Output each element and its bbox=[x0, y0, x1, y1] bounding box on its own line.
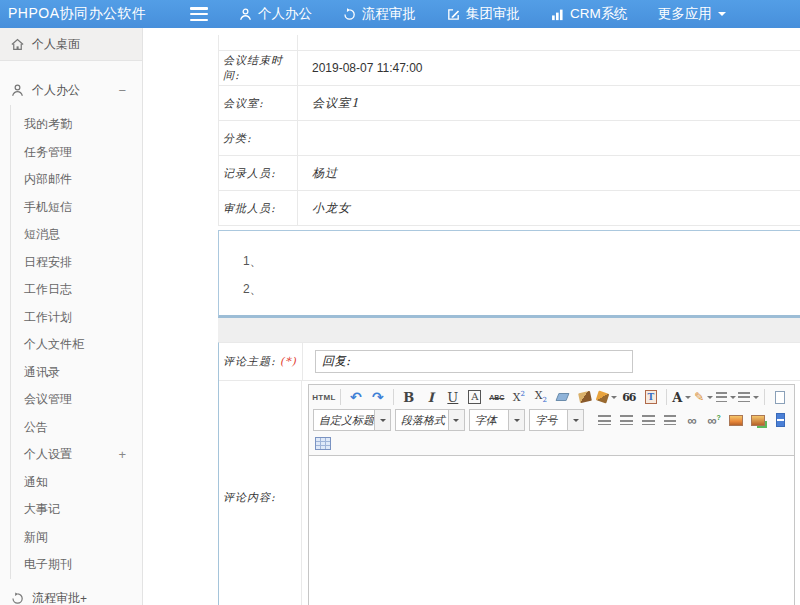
caret-down-icon[interactable] bbox=[730, 396, 736, 402]
nav-item-label: 更多应用 bbox=[658, 5, 712, 23]
caret-down-icon[interactable] bbox=[374, 410, 390, 430]
field-label: 会议结束时间: bbox=[219, 51, 298, 85]
sidebar-item-label: 任务管理 bbox=[24, 144, 72, 161]
italic-icon[interactable]: I bbox=[421, 387, 441, 407]
superscript-icon[interactable]: X2 bbox=[509, 387, 529, 407]
rich-text-editor: HTML↶↷BIUAABCX2X266TA✎ 自定义标题段落格式字体字号∞∞? bbox=[308, 384, 795, 605]
sidebar-section-office[interactable]: 个人办公 − bbox=[0, 75, 142, 105]
sidebar-item[interactable]: 内部邮件 bbox=[11, 166, 142, 194]
caret-down-icon[interactable] bbox=[685, 396, 691, 402]
sidebar-item[interactable]: 通知 bbox=[11, 469, 142, 497]
strikethrough-icon[interactable]: ABC bbox=[487, 387, 507, 407]
media-icon[interactable] bbox=[770, 410, 790, 430]
nav-item-1[interactable]: 个人办公 bbox=[238, 5, 312, 23]
sidebar-item[interactable]: 工作日志 bbox=[11, 276, 142, 304]
expand-icon[interactable]: + bbox=[80, 592, 87, 605]
separator bbox=[764, 389, 765, 405]
sidebar-item[interactable]: 短消息 bbox=[11, 221, 142, 249]
caret-down-icon[interactable] bbox=[567, 410, 583, 430]
blockquote-icon[interactable]: 66 bbox=[619, 387, 639, 407]
sidebar-item[interactable]: 电子期刊 bbox=[11, 551, 142, 579]
sidebar-item[interactable]: 任务管理 bbox=[11, 139, 142, 167]
insert-image-icon[interactable] bbox=[748, 410, 768, 430]
sidebar-item-label: 我的考勤 bbox=[24, 116, 72, 133]
sidebar-section-workflow[interactable]: 流程审批 + bbox=[0, 583, 142, 605]
nav-item-label: 流程审批 bbox=[362, 5, 416, 23]
eraser-icon[interactable] bbox=[553, 387, 573, 407]
field-value: 杨过 bbox=[298, 156, 800, 190]
sidebar-item-label: 个人桌面 bbox=[32, 36, 80, 53]
user-icon bbox=[10, 83, 25, 98]
format-painter-icon[interactable] bbox=[597, 387, 617, 407]
sidebar-item[interactable]: 工作计划 bbox=[11, 304, 142, 332]
nav-item-3[interactable]: 集团审批 bbox=[446, 5, 520, 23]
caret-down-icon[interactable] bbox=[508, 410, 524, 430]
separator bbox=[393, 389, 394, 405]
table-row: 记录人员:杨过 bbox=[219, 156, 800, 191]
font-size-select[interactable]: 字号 bbox=[529, 409, 584, 431]
sidebar-item[interactable]: 个人文件柜 bbox=[11, 331, 142, 359]
caret-down-icon[interactable] bbox=[753, 396, 759, 402]
table-row: 会议室:会议室1 bbox=[219, 86, 800, 121]
undo-icon[interactable]: ↶ bbox=[346, 387, 366, 407]
align-right-icon[interactable] bbox=[638, 410, 658, 430]
sidebar-item-label: 短消息 bbox=[24, 226, 60, 243]
nav-item-5[interactable]: 更多应用 bbox=[658, 5, 726, 23]
sidebar-item[interactable]: 我的考勤 bbox=[11, 111, 142, 139]
nav-item-2[interactable]: 流程审批 bbox=[342, 5, 416, 23]
highlight-color-icon[interactable]: ✎ bbox=[694, 387, 714, 407]
subscript-icon[interactable]: X2 bbox=[531, 387, 551, 407]
font-box-icon[interactable]: A bbox=[465, 387, 485, 407]
align-justify-icon[interactable] bbox=[660, 410, 680, 430]
unordered-list-icon[interactable] bbox=[738, 387, 759, 407]
ordered-list-icon[interactable] bbox=[716, 387, 737, 407]
font-color-icon[interactable]: A bbox=[672, 387, 692, 407]
html-source-button[interactable]: HTML bbox=[313, 387, 335, 407]
heading-select[interactable]: 自定义标题 bbox=[313, 409, 391, 431]
align-center-icon[interactable] bbox=[616, 410, 636, 430]
sidebar-item[interactable]: 公告 bbox=[11, 414, 142, 442]
expand-icon[interactable]: + bbox=[118, 447, 126, 462]
sidebar-item[interactable]: 通讯录 bbox=[11, 359, 142, 387]
select-value: 段落格式 bbox=[396, 413, 448, 428]
bold-icon[interactable]: B bbox=[399, 387, 419, 407]
table-row bbox=[219, 35, 800, 51]
font-family-select[interactable]: 字体 bbox=[469, 409, 525, 431]
image-icon[interactable] bbox=[726, 410, 746, 430]
sidebar-item-label: 工作日志 bbox=[24, 281, 72, 298]
sidebar-item[interactable]: 大事记 bbox=[11, 496, 142, 524]
sidebar-item[interactable]: 会议管理 bbox=[11, 386, 142, 414]
edit-icon bbox=[446, 7, 461, 22]
sidebar-item[interactable]: 日程安排 bbox=[11, 249, 142, 277]
sidebar-item-label: 个人文件柜 bbox=[24, 336, 84, 353]
table-icon[interactable] bbox=[313, 433, 333, 453]
comment-subject-label: 评论主题: bbox=[223, 354, 276, 369]
sidebar-item[interactable]: 新闻 bbox=[11, 524, 142, 552]
align-left-icon[interactable] bbox=[594, 410, 614, 430]
underline-icon[interactable]: U bbox=[443, 387, 463, 407]
unlink-icon[interactable]: ∞? bbox=[704, 410, 724, 430]
sidebar: 个人桌面 个人办公 − 我的考勤任务管理内部邮件手机短信短消息日程安排工作日志工… bbox=[0, 28, 143, 605]
hamburger-icon[interactable] bbox=[190, 7, 208, 21]
sidebar-office-list: 我的考勤任务管理内部邮件手机短信短消息日程安排工作日志工作计划个人文件柜通讯录会… bbox=[10, 105, 142, 579]
clean-format-icon[interactable] bbox=[575, 387, 595, 407]
new-document-icon[interactable] bbox=[770, 387, 790, 407]
sidebar-item[interactable]: 个人设置+ bbox=[11, 441, 142, 469]
meeting-notes-box: 1、2、 bbox=[218, 230, 800, 318]
collapse-icon[interactable]: − bbox=[118, 83, 126, 98]
paste-text-icon[interactable]: T bbox=[641, 387, 661, 407]
caret-down-icon[interactable] bbox=[707, 396, 713, 402]
caret-down-icon[interactable] bbox=[448, 410, 464, 430]
redo-icon[interactable]: ↷ bbox=[368, 387, 388, 407]
link-icon[interactable]: ∞ bbox=[682, 410, 702, 430]
caret-down-icon[interactable] bbox=[611, 396, 617, 402]
editor-content-area[interactable] bbox=[309, 455, 794, 605]
sidebar-item-label: 会议管理 bbox=[24, 391, 72, 408]
sidebar-section-label: 流程审批 bbox=[32, 590, 80, 605]
table-row: 审批人员:小龙女 bbox=[219, 191, 800, 226]
paragraph-format-select[interactable]: 段落格式 bbox=[395, 409, 465, 431]
nav-item-4[interactable]: CRM系统 bbox=[550, 5, 628, 23]
sidebar-item-desktop[interactable]: 个人桌面 bbox=[0, 28, 142, 61]
comment-subject-input[interactable] bbox=[315, 350, 633, 373]
sidebar-item[interactable]: 手机短信 bbox=[11, 194, 142, 222]
